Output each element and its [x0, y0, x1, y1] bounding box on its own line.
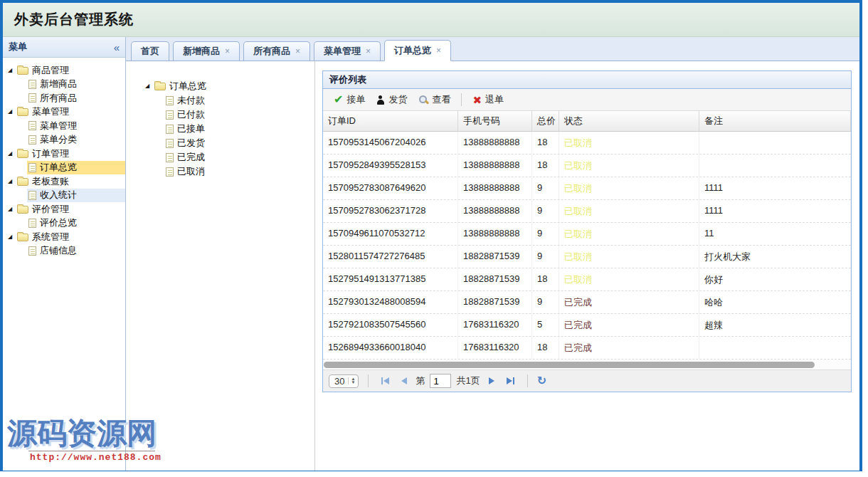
note-cell: 超辣 — [699, 314, 851, 336]
folder-icon — [17, 206, 28, 214]
tab-close-icon[interactable]: × — [436, 46, 441, 56]
status-cell: 已取消 — [559, 132, 699, 154]
order-id-cell: 1570952783087649620 — [323, 177, 458, 199]
ship-order-label: 发货 — [388, 93, 407, 106]
tree-expand-icon[interactable]: ◢ — [8, 109, 12, 115]
sidebar-item-all-products[interactable]: 所有商品 — [3, 91, 125, 105]
refund-order-button[interactable]: ✖ 退单 — [467, 91, 509, 108]
phone-cell: 18828871539 — [458, 291, 532, 313]
tree-expand-icon[interactable]: ◢ — [8, 234, 12, 240]
table-row[interactable]: 1570952849395528153 13888888888 18 已取消 — [323, 154, 851, 177]
first-page-button[interactable] — [378, 376, 393, 386]
view-order-button[interactable]: 查看 — [413, 91, 455, 108]
sidebar-item-product-management[interactable]: ◢ 商品管理 — [3, 63, 125, 78]
table-row[interactable]: 1527921083507545560 17683116320 5 已完成 超辣 — [323, 314, 851, 337]
column-header-price[interactable]: 总价 — [532, 111, 559, 131]
column-header-phone[interactable]: 手机号码 — [458, 111, 532, 131]
phone-cell: 17683116320 — [458, 314, 532, 336]
file-icon — [28, 135, 36, 145]
pager-separator — [527, 374, 528, 387]
sidebar-item-review-overview[interactable]: 评价总览 — [3, 216, 125, 231]
column-header-status[interactable]: 状态 — [559, 111, 699, 131]
tree-expand-icon[interactable]: ◢ — [8, 151, 12, 157]
price-cell: 9 — [532, 223, 559, 245]
sidebar-item-income-stats[interactable]: 收入统计 — [3, 189, 125, 203]
tab-label: 订单总览 — [394, 44, 431, 57]
order-tree-item-accepted[interactable]: 已接单 — [140, 122, 314, 136]
table-row[interactable]: 1526894933660018040 17683116320 18 已完成 — [323, 337, 851, 360]
table-row[interactable]: 1570953145067204026 13888888888 18 已取消 — [323, 132, 851, 154]
table-row[interactable]: 1527951491313771385 18828871539 18 已取消 你… — [323, 268, 851, 291]
file-icon — [28, 163, 36, 172]
sidebar-item-shop-info[interactable]: 店铺信息 — [3, 244, 125, 258]
prev-page-button[interactable] — [398, 376, 411, 386]
page-number-input[interactable] — [430, 374, 451, 388]
refresh-icon[interactable]: ↻ — [537, 375, 546, 387]
note-cell: 打火机大家 — [699, 246, 851, 268]
page-size-select[interactable]: 30 ▲▼ — [329, 374, 359, 388]
sidebar-item-label: 新增商品 — [40, 78, 77, 90]
table-row[interactable]: 1570949611070532712 13888888888 9 已取消 11 — [323, 223, 851, 246]
tree-expand-icon[interactable]: ◢ — [8, 206, 12, 212]
order-tree-item-unpaid[interactable]: 未付款 — [140, 93, 314, 108]
tab-close-icon[interactable]: × — [295, 46, 300, 56]
tab-menu-management[interactable]: 菜单管理× — [314, 41, 381, 61]
table-row[interactable]: 1528011574727276485 18828871539 9 已取消 打火… — [323, 246, 851, 268]
order-tree-item-completed[interactable]: 已完成 — [140, 150, 314, 164]
sidebar-item-boss-audit[interactable]: ◢ 老板查账 — [3, 174, 125, 189]
sidebar-item-label: 系统管理 — [32, 231, 69, 243]
sidebar-item-menu-management-folder[interactable]: ◢ 菜单管理 — [3, 105, 125, 120]
order-tree-item-paid[interactable]: 已付款 — [140, 108, 314, 122]
ship-order-button[interactable]: 发货 — [371, 91, 412, 108]
phone-cell: 18828871539 — [458, 246, 532, 268]
folder-icon — [17, 178, 28, 186]
grid-area: 评价列表 ✔ 接单 发货 — [315, 61, 859, 471]
pagination-bar: 30 ▲▼ 第 共1页 ↻ — [323, 369, 851, 392]
tab-order-overview[interactable]: 订单总览× — [384, 40, 451, 61]
last-page-button[interactable] — [503, 376, 518, 386]
price-cell: 9 — [532, 177, 559, 199]
tree-expand-icon[interactable]: ◢ — [8, 68, 12, 73]
tab-close-icon[interactable]: × — [225, 46, 230, 56]
file-icon — [28, 219, 36, 228]
order-tree-root[interactable]: ◢ 订单总览 — [140, 79, 314, 93]
sidebar-item-label: 商品管理 — [32, 64, 69, 77]
price-cell: 18 — [532, 132, 559, 154]
table-row[interactable]: 1527930132488008594 18828871539 9 已完成 哈哈 — [323, 291, 851, 314]
scrollbar-thumb[interactable] — [324, 362, 815, 368]
sidebar-item-label: 店铺信息 — [40, 244, 77, 257]
sidebar-item-menu-management[interactable]: 菜单管理 — [3, 119, 125, 133]
app-title: 外卖后台管理系统 — [14, 10, 134, 29]
column-header-order-id[interactable]: 订单ID — [323, 111, 458, 131]
collapse-sidebar-icon[interactable]: « — [114, 42, 120, 53]
sidebar-item-label: 菜单分类 — [40, 133, 77, 146]
phone-cell: 17683116320 — [458, 337, 532, 359]
tab-home[interactable]: 首页 — [131, 41, 169, 61]
sidebar-item-order-management[interactable]: ◢ 订单管理 — [3, 147, 125, 161]
tree-expand-icon[interactable]: ◢ — [145, 83, 149, 89]
sidebar-item-order-overview[interactable]: 订单总览 — [3, 161, 125, 175]
table-row[interactable]: 1570952783087649620 13888888888 9 已取消 11… — [323, 177, 851, 200]
order-tree-item-shipped[interactable]: 已发货 — [140, 136, 314, 150]
phone-cell: 13888888888 — [458, 154, 532, 177]
accept-order-button[interactable]: ✔ 接单 — [329, 91, 370, 108]
table-row[interactable]: 1570952783062371728 13888888888 9 已取消 11… — [323, 200, 851, 223]
sidebar-item-label: 评价总览 — [40, 216, 77, 229]
status-cell: 已取消 — [559, 154, 699, 177]
file-icon — [28, 191, 36, 200]
grid-toolbar: ✔ 接单 发货 查看 — [323, 89, 851, 111]
sidebar-item-system-management[interactable]: ◢ 系统管理 — [3, 230, 125, 244]
column-header-note[interactable]: 备注 — [699, 111, 851, 131]
sidebar-item-add-product[interactable]: 新增商品 — [3, 78, 125, 92]
next-page-button[interactable] — [485, 376, 498, 386]
accept-order-label: 接单 — [346, 93, 365, 106]
price-cell: 18 — [532, 268, 559, 290]
sidebar-item-menu-category[interactable]: 菜单分类 — [3, 133, 125, 147]
tab-close-icon[interactable]: × — [366, 46, 371, 56]
sidebar-item-review-management[interactable]: ◢ 评价管理 — [3, 202, 125, 216]
order-tree-item-cancelled[interactable]: 已取消 — [140, 164, 314, 179]
folder-icon — [17, 234, 28, 241]
tree-expand-icon[interactable]: ◢ — [8, 179, 12, 184]
tab-all-products[interactable]: 所有商品× — [243, 41, 310, 61]
tab-add-product[interactable]: 新增商品× — [173, 41, 240, 61]
